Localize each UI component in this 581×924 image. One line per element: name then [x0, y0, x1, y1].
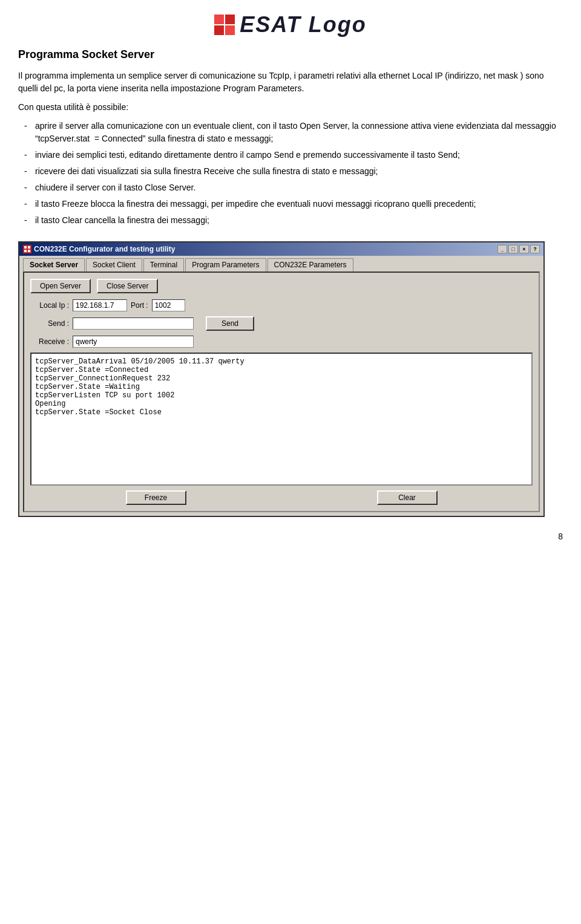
tab-socket-client[interactable]: Socket Client: [86, 258, 142, 272]
intro-paragraph: Il programma implementa un semplice serv…: [18, 70, 563, 95]
ip-port-row: Local Ip : Port :: [30, 299, 533, 311]
local-ip-label: Local Ip :: [30, 301, 73, 310]
list-item: - inviare dei semplici testi, editando d…: [24, 149, 563, 161]
list-item: - il tasto Clear cancella la finestra de…: [24, 214, 563, 227]
receive-row: Receive :: [30, 336, 533, 348]
log-area: tcpServer_DataArrival 05/10/2005 10.11.3…: [30, 353, 533, 486]
title-bar: CON232E Configurator and testing utility…: [19, 242, 543, 256]
list-item: - il tasto Freeze blocca la finestra dei…: [24, 198, 563, 210]
tab-bar: Socket Server Socket Client Terminal Pro…: [19, 256, 543, 272]
close-server-button[interactable]: Close Server: [97, 279, 158, 293]
log-line-2: tcpServer.State =Connected: [35, 366, 528, 374]
bottom-buttons-row: Freeze Clear: [30, 490, 533, 505]
log-line-1: tcpServer_DataArrival 05/10/2005 10.11.3…: [35, 357, 528, 366]
app-icon: [23, 245, 31, 253]
svg-rect-2: [28, 246, 30, 249]
page-number: 8: [18, 532, 563, 541]
svg-rect-1: [24, 246, 27, 249]
title-bar-left: CON232E Configurator and testing utility: [23, 245, 175, 253]
list-item: - chiudere il server con il tasto Close …: [24, 181, 563, 194]
port-label: Port :: [131, 301, 148, 310]
tab-con232e-parameters[interactable]: CON232E Parameters: [268, 258, 353, 272]
freeze-button[interactable]: Freeze: [126, 490, 186, 505]
logo-icon: [214, 15, 235, 35]
log-line-3: tcpServer_ConnectionRequest 232: [35, 374, 528, 383]
send-button[interactable]: Send: [206, 316, 254, 331]
svg-rect-4: [28, 250, 30, 252]
title-bar-controls[interactable]: _ □ × ?: [497, 245, 540, 253]
log-line-4: tcpServer.State =Waiting: [35, 383, 528, 391]
logo-area: ESAT Logo: [18, 12, 563, 37]
minimize-button[interactable]: _: [497, 245, 507, 253]
log-line-5: tcpServerListen TCP su port 1002: [35, 391, 528, 400]
open-server-button[interactable]: Open Server: [30, 279, 91, 293]
app-title: CON232E Configurator and testing utility: [34, 245, 175, 253]
tab-program-parameters[interactable]: Program Parameters: [185, 258, 266, 272]
local-ip-input[interactable]: [73, 299, 127, 311]
log-line-7: tcpServer.State =Socket Close: [35, 408, 528, 417]
help-button[interactable]: ?: [530, 245, 540, 253]
log-line-6: Opening: [35, 400, 528, 408]
send-row: Send : Send: [30, 316, 533, 331]
content-area: Open Server Close Server Local Ip : Port…: [23, 272, 540, 512]
port-input[interactable]: [152, 299, 185, 311]
server-buttons-row: Open Server Close Server: [30, 279, 533, 293]
tab-socket-server[interactable]: Socket Server: [23, 258, 85, 272]
send-input[interactable]: [73, 317, 194, 330]
close-button[interactable]: ×: [519, 245, 529, 253]
receive-label: Receive :: [30, 337, 73, 346]
list-item: - ricevere dei dati visualizzati sia sul…: [24, 165, 563, 178]
logo-text: ESAT Logo: [240, 12, 366, 37]
clear-button[interactable]: Clear: [377, 490, 438, 505]
app-window: CON232E Configurator and testing utility…: [18, 241, 545, 517]
page-title: Programma Socket Server: [18, 48, 563, 61]
tab-terminal[interactable]: Terminal: [143, 258, 184, 272]
receive-input[interactable]: [73, 336, 194, 348]
maximize-button[interactable]: □: [508, 245, 518, 253]
send-label: Send :: [30, 319, 73, 328]
section-label: Con questa utilità è possibile:: [18, 101, 563, 114]
svg-rect-3: [24, 250, 27, 252]
feature-list: - aprire il server alla comunicazione co…: [24, 120, 563, 227]
list-item: - aprire il server alla comunicazione co…: [24, 120, 563, 145]
